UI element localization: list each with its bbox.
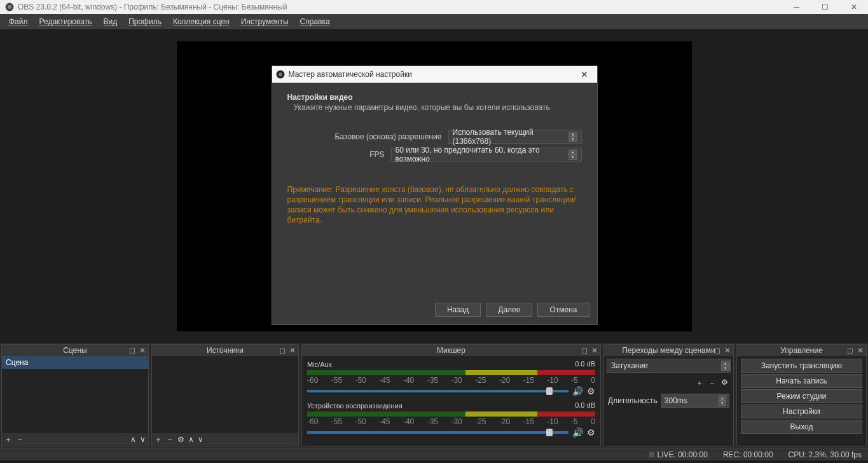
menu-scene-collection[interactable]: Коллекция сцен [168,16,235,27]
resolution-select[interactable]: Использовать текущий (1366x768) ▴▾ [448,130,582,144]
obs-logo-icon [276,70,285,79]
desktop-label: Устройство воспроизведения [307,402,403,410]
menu-tools[interactable]: Инструменты [236,16,294,27]
remove-source-button[interactable]: － [166,434,174,445]
start-recording-button[interactable]: Начать запись [741,374,862,388]
spinner-icon[interactable]: ▴▾ [568,149,577,160]
fps-label: FPS [369,150,384,159]
mixer-channel-mic: Mic/Aux 0.0 dB -60-55-50-45-40-35-30-25-… [303,359,599,400]
resolution-value: Использовать текущий (1366x768) [453,128,567,146]
mic-volume-slider[interactable] [307,390,568,392]
gear-icon[interactable]: ⚙ [587,427,595,438]
controls-title: Управление [780,346,823,355]
window-titlebar: OBS 23.0.2 (64-bit, windows) - Профиль: … [0,0,868,14]
remove-transition-button[interactable]: － [708,378,716,389]
status-rec: REC: 00:00:00 [723,450,773,459]
wizard-subheading: Укажите нужные параметры видео, которые … [287,103,582,112]
svg-point-3 [279,73,282,76]
remove-scene-button[interactable]: － [16,434,24,445]
menu-profile[interactable]: Профиль [123,16,167,27]
mic-label: Mic/Aux [307,361,332,368]
transitions-panel-header[interactable]: Переходы между сценами ◻✕ [604,345,733,356]
mic-db: 0.0 dB [575,360,595,368]
wizard-close-button[interactable]: ✕ [572,66,597,83]
window-title: OBS 23.0.2 (64-bit, windows) - Профиль: … [18,3,287,11]
scenes-title: Сцены [63,346,86,355]
preview-canvas[interactable]: Мастер автоматической настройки ✕ Настро… [177,41,692,331]
wizard-note: Примечание: Разрешение холста (базовое),… [287,184,582,226]
speaker-icon[interactable]: 🔊 [572,386,583,396]
mixer-panel-header[interactable]: Микшер ◻✕ [302,345,600,356]
desktop-volume-slider[interactable] [307,431,568,434]
speaker-icon[interactable]: 🔊 [572,427,583,438]
transition-select[interactable]: Затухание ▴▾ [607,359,731,373]
add-source-button[interactable]: ＋ [155,434,162,445]
transition-value: Затухание [607,359,719,372]
menu-edit[interactable]: Редактировать [34,16,97,27]
detach-icon[interactable]: ◻ [581,346,588,355]
docked-panels: Сцены ◻✕ Сцена ＋ － ∧ ∨ Источники ◻✕ ＋ － … [0,343,868,448]
menu-help[interactable]: Справка [295,16,335,27]
add-transition-button[interactable]: ＋ [696,378,703,389]
exit-button[interactable]: Выход [741,420,862,434]
maximize-button[interactable]: ☐ [811,0,839,14]
minimize-button[interactable]: ─ [782,0,811,14]
controls-panel-header[interactable]: Управление ◻✕ [737,345,866,356]
move-scene-down-button[interactable]: ∨ [140,435,146,444]
auto-config-wizard-dialog: Мастер автоматической настройки ✕ Настро… [272,66,598,326]
spinner-icon[interactable]: ▴▾ [721,361,730,371]
spinner-icon[interactable]: ▴▾ [568,132,577,142]
wizard-cancel-button[interactable]: Отмена [537,303,589,317]
close-icon[interactable]: ✕ [591,346,598,355]
status-cpu: CPU: 2.3%, 30.00 fps [789,450,862,459]
close-icon[interactable]: ✕ [724,346,731,355]
status-live: LIVE: 00:00:00 [649,450,707,459]
close-icon[interactable]: ✕ [289,346,296,355]
close-icon[interactable]: ✕ [139,346,146,355]
desktop-db: 0.0 dB [575,401,595,409]
menubar: Файл Редактировать Вид Профиль Коллекция… [0,14,868,29]
scenes-panel-header[interactable]: Сцены ◻✕ [2,345,148,356]
start-streaming-button[interactable]: Запустить трансляцию [741,359,862,373]
wizard-titlebar[interactable]: Мастер автоматической настройки ✕ [272,66,597,83]
close-icon[interactable]: ✕ [857,346,864,355]
menu-view[interactable]: Вид [98,16,122,27]
meter-ticks: -60-55-50-45-40-35-30-25-20-15-10-50 [307,417,595,426]
detach-icon[interactable]: ◻ [129,346,135,355]
transition-properties-button[interactable]: ⚙ [721,378,728,389]
source-properties-button[interactable]: ⚙ [177,435,184,444]
settings-button[interactable]: Настройки [741,404,862,418]
move-source-down-button[interactable]: ∨ [198,435,203,444]
desktop-meter [307,411,595,417]
status-bar: LIVE: 00:00:00 REC: 00:00:00 CPU: 2.3%, … [0,448,868,460]
scenes-panel: Сцены ◻✕ Сцена ＋ － ∧ ∨ [1,344,149,446]
close-button[interactable]: ✕ [839,0,868,14]
sources-title: Источники [207,346,244,355]
resolution-label: Базовое (основа) разрешение [335,132,442,141]
transitions-title: Переходы между сценами [622,346,715,355]
move-source-up-button[interactable]: ∧ [188,435,194,444]
wizard-next-button[interactable]: Далее [486,303,532,317]
fps-select[interactable]: 60 или 30, но предпочитать 60, когда это… [391,148,582,162]
detach-icon[interactable]: ◻ [714,346,720,355]
sources-panel-header[interactable]: Источники ◻✕ [152,345,298,356]
studio-mode-button[interactable]: Режим студии [741,389,862,403]
duration-label: Длительность [608,396,658,405]
mixer-channel-desktop: Устройство воспроизведения 0.0 dB -60-55… [303,400,599,441]
add-scene-button[interactable]: ＋ [4,434,12,445]
detach-icon[interactable]: ◻ [847,346,853,355]
scene-list-item[interactable]: Сцена [2,356,148,369]
meter-ticks: -60-55-50-45-40-35-30-25-20-15-10-50 [307,376,595,385]
duration-input[interactable]: 300ms ▴▾ [661,394,729,408]
menu-file[interactable]: Файл [4,16,33,27]
move-scene-up-button[interactable]: ∧ [130,435,136,444]
obs-logo-icon [5,3,14,11]
detach-icon[interactable]: ◻ [279,346,286,355]
wizard-back-button[interactable]: Назад [435,303,481,317]
preview-area: Мастер автоматической настройки ✕ Настро… [0,29,868,343]
mic-meter [307,370,595,375]
gear-icon[interactable]: ⚙ [587,386,595,396]
spinner-icon[interactable]: ▴▾ [719,396,726,406]
wizard-title: Мастер автоматической настройки [289,70,412,79]
mixer-panel: Микшер ◻✕ Mic/Aux 0.0 dB -60-55-50-45-40… [301,344,601,446]
